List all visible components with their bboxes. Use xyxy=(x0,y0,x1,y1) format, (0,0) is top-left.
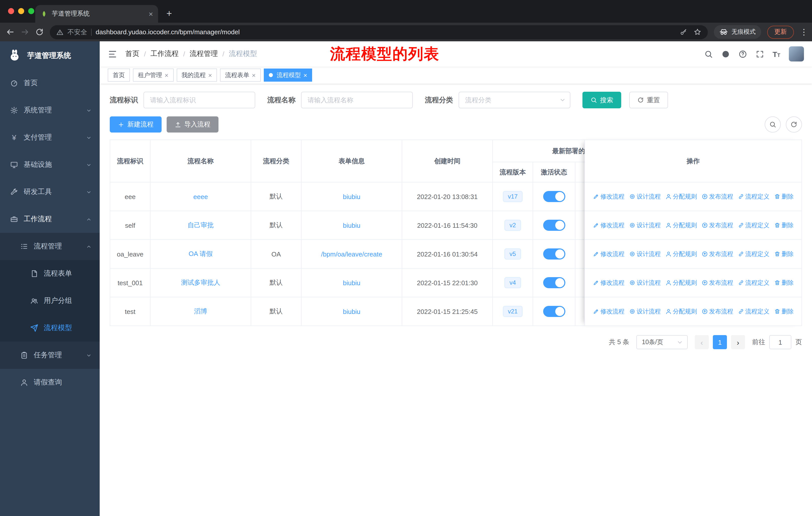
browser-update-button[interactable]: 更新 xyxy=(767,25,794,38)
publish-process-link[interactable]: 发布流程 xyxy=(701,250,733,258)
design-process-link[interactable]: 设计流程 xyxy=(629,250,661,258)
assign-rules-link[interactable]: 分配规则 xyxy=(665,250,697,258)
assign-rules-link[interactable]: 分配规则 xyxy=(665,221,697,229)
form-info-link[interactable]: /bpm/oa/leave/create xyxy=(321,250,382,258)
next-page-button[interactable]: › xyxy=(731,335,745,349)
tag-home[interactable]: 首页 xyxy=(108,69,130,82)
page-size-select[interactable]: 10条/页 xyxy=(636,335,688,349)
sidebar-item-home[interactable]: 首页 xyxy=(0,70,100,97)
window-close-button[interactable] xyxy=(8,8,14,14)
publish-process-link[interactable]: 发布流程 xyxy=(701,278,733,287)
assign-rules-link[interactable]: 分配规则 xyxy=(665,307,697,316)
back-icon[interactable] xyxy=(6,28,14,36)
prev-page-button[interactable]: ‹ xyxy=(695,335,709,349)
sidebar-item-user-group[interactable]: 用户分组 xyxy=(0,287,100,315)
sidebar-item-devtools[interactable]: 研发工具 xyxy=(0,179,100,206)
form-info-link[interactable]: biubiu xyxy=(343,279,360,287)
active-status-toggle[interactable] xyxy=(543,306,565,317)
browser-menu-icon[interactable]: ⋮ xyxy=(800,27,806,37)
github-icon[interactable] xyxy=(721,50,730,58)
process-name-input[interactable] xyxy=(301,92,413,108)
tag-my-process[interactable]: 我的流程 × xyxy=(176,69,217,82)
process-definition-link[interactable]: 流程定义 xyxy=(738,192,770,201)
delete-link[interactable]: 删除 xyxy=(774,250,794,258)
process-name-link[interactable]: OA 请假 xyxy=(188,250,212,257)
publish-process-link[interactable]: 发布流程 xyxy=(701,307,733,316)
hamburger-menu-icon[interactable] xyxy=(108,49,117,59)
process-name-link[interactable]: 自己审批 xyxy=(187,221,214,229)
window-minimize-button[interactable] xyxy=(18,8,24,14)
process-definition-link[interactable]: 流程定义 xyxy=(738,278,770,287)
edit-process-link[interactable]: 修改流程 xyxy=(593,192,625,201)
sidebar-item-workflow[interactable]: 工作流程 xyxy=(0,206,100,233)
close-icon[interactable]: × xyxy=(165,72,168,78)
fullscreen-icon[interactable] xyxy=(755,50,764,58)
assign-rules-link[interactable]: 分配规则 xyxy=(665,192,697,201)
tab-close-icon[interactable]: × xyxy=(148,10,153,18)
sidebar-item-task-management[interactable]: 任务管理 xyxy=(0,342,100,369)
browser-tab[interactable]: 芋道管理系统 × xyxy=(35,5,158,23)
bookmark-star-icon[interactable] xyxy=(694,28,701,36)
category-select[interactable] xyxy=(459,92,570,108)
edit-process-link[interactable]: 修改流程 xyxy=(593,250,625,258)
tag-tenant-management[interactable]: 租户管理 × xyxy=(133,69,173,82)
form-info-link[interactable]: biubiu xyxy=(343,193,360,200)
category-select-input[interactable] xyxy=(459,92,570,108)
close-icon[interactable]: × xyxy=(303,72,307,78)
active-status-toggle[interactable] xyxy=(543,277,565,288)
design-process-link[interactable]: 设计流程 xyxy=(629,221,661,229)
search-icon[interactable] xyxy=(704,50,713,58)
sidebar-item-system[interactable]: 系统管理 xyxy=(0,97,100,124)
delete-link[interactable]: 删除 xyxy=(774,221,794,229)
sidebar-item-infrastructure[interactable]: 基础设施 xyxy=(0,151,100,179)
window-zoom-button[interactable] xyxy=(28,8,34,14)
process-id-input[interactable] xyxy=(143,92,255,108)
design-process-link[interactable]: 设计流程 xyxy=(629,278,661,287)
delete-link[interactable]: 删除 xyxy=(774,192,794,201)
tag-process-model-active[interactable]: 流程模型 × xyxy=(264,69,312,82)
breadcrumb-home[interactable]: 首页 xyxy=(125,49,140,58)
edit-process-link[interactable]: 修改流程 xyxy=(593,307,625,316)
toggle-search-button[interactable] xyxy=(765,116,781,133)
process-name-link[interactable]: eeee xyxy=(193,193,208,200)
help-icon[interactable] xyxy=(738,50,747,58)
reload-icon[interactable] xyxy=(35,28,44,36)
active-status-toggle[interactable] xyxy=(543,248,565,260)
forward-icon[interactable] xyxy=(21,28,29,36)
process-name-link[interactable]: 测试多审批人 xyxy=(181,279,220,286)
breadcrumb-process-management[interactable]: 流程管理 xyxy=(190,49,218,58)
password-key-icon[interactable] xyxy=(679,28,687,36)
process-definition-link[interactable]: 流程定义 xyxy=(738,221,770,229)
publish-process-link[interactable]: 发布流程 xyxy=(701,221,733,229)
sidebar-item-process-management[interactable]: 流程管理 xyxy=(0,233,100,260)
edit-process-link[interactable]: 修改流程 xyxy=(593,278,625,287)
reset-button[interactable]: 重置 xyxy=(629,92,668,108)
publish-process-link[interactable]: 发布流程 xyxy=(701,192,733,201)
sidebar-item-process-form[interactable]: 流程表单 xyxy=(0,260,100,287)
sidebar-item-payment[interactable]: ¥ 支付管理 xyxy=(0,124,100,151)
font-size-icon[interactable]: TT xyxy=(773,50,780,58)
active-status-toggle[interactable] xyxy=(543,191,565,202)
address-bar[interactable]: 不安全 dashboard.yudao.iocoder.cn/bpm/manag… xyxy=(50,25,708,39)
assign-rules-link[interactable]: 分配规则 xyxy=(665,278,697,287)
page-1-button[interactable]: 1 xyxy=(713,335,727,349)
sidebar-item-leave-query[interactable]: 请假查询 xyxy=(0,369,100,396)
close-icon[interactable]: × xyxy=(208,72,212,78)
active-status-toggle[interactable] xyxy=(543,220,565,231)
sidebar-item-process-model[interactable]: 流程模型 xyxy=(0,315,100,342)
search-button[interactable]: 搜索 xyxy=(582,92,621,108)
breadcrumb-workflow[interactable]: 工作流程 xyxy=(150,49,179,58)
edit-process-link[interactable]: 修改流程 xyxy=(593,221,625,229)
refresh-table-button[interactable] xyxy=(786,116,802,133)
tag-process-form[interactable]: 流程表单 × xyxy=(220,69,261,82)
design-process-link[interactable]: 设计流程 xyxy=(629,307,661,316)
form-info-link[interactable]: biubiu xyxy=(343,308,360,315)
process-name-link[interactable]: 滔博 xyxy=(194,307,207,315)
create-process-button[interactable]: 新建流程 xyxy=(110,116,162,133)
form-info-link[interactable]: biubiu xyxy=(343,221,360,229)
delete-link[interactable]: 删除 xyxy=(774,307,794,316)
close-icon[interactable]: × xyxy=(252,72,256,78)
process-definition-link[interactable]: 流程定义 xyxy=(738,307,770,316)
design-process-link[interactable]: 设计流程 xyxy=(629,192,661,201)
new-tab-button[interactable]: + xyxy=(162,6,176,21)
